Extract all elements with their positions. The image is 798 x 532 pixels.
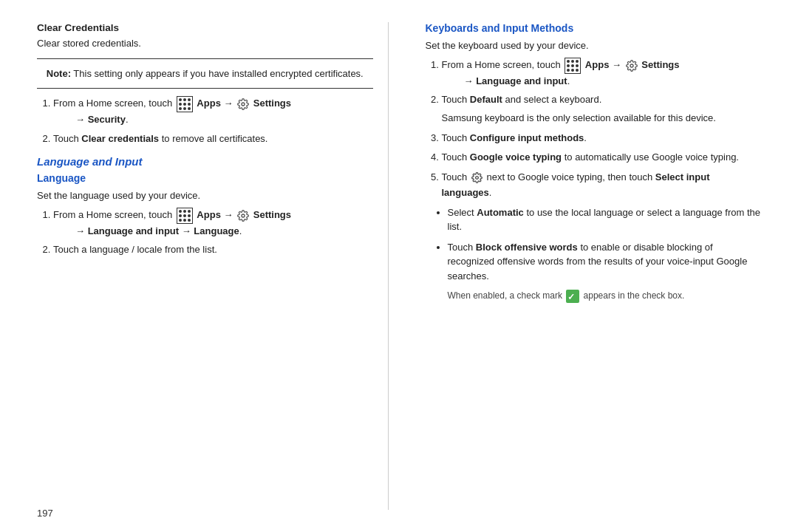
svg-point-0	[242, 103, 245, 106]
svg-point-1	[242, 214, 245, 217]
page-number: 197	[37, 508, 53, 519]
bullet-list: Select Automatic to use the local langua…	[448, 205, 762, 284]
right-column: Keyboards and Input Methods Set the keyb…	[418, 22, 762, 510]
lang-step1-target: → Language and input → Language.	[75, 224, 373, 239]
keyboards-steps: From a Home screen, touch Apps → Setting…	[442, 58, 762, 201]
left-column: Clear Credentials Clear stored credentia…	[37, 22, 389, 510]
check-note: When enabled, a check mark appears in th…	[448, 289, 762, 303]
language-steps: From a Home screen, touch Apps → Setting…	[53, 208, 373, 258]
arrow-2: →	[223, 209, 236, 220]
kb-step-4: Touch Google voice typing to automatical…	[442, 150, 762, 166]
gear-small-icon	[471, 172, 482, 183]
apps-grid-icon-2	[177, 208, 193, 224]
page: Clear Credentials Clear stored credentia…	[0, 0, 798, 532]
kb-step-5: Touch next to Google voice typing, then …	[442, 170, 762, 201]
clear-credentials-heading: Clear Credentials	[37, 22, 373, 33]
check-mark-icon	[566, 290, 579, 303]
step1-arrow-security: → Security.	[75, 112, 373, 127]
divider-2	[37, 88, 373, 89]
apps-label-2: Apps	[197, 209, 223, 220]
svg-point-2	[630, 64, 633, 67]
kb-step-3: Touch Configure input methods.	[442, 131, 762, 146]
security-step-2: Touch Clear credentials to remove all ce…	[53, 132, 373, 147]
kb-step-2: Touch Default and select a keyboard. Sam…	[442, 92, 762, 126]
kb-step1-prefix: From a Home screen, touch	[442, 59, 564, 70]
apps-grid-icon	[177, 96, 193, 112]
clear-credentials-desc: Clear stored credentials.	[37, 36, 373, 51]
kb-step1-target: → Language and input.	[464, 74, 762, 89]
clear-credentials-title: Clear Credentials Clear stored credentia…	[37, 22, 373, 51]
lang-step-2: Touch a language / locale from the list.	[53, 242, 373, 258]
keyboards-desc: Set the keyboard used by your device.	[426, 38, 762, 53]
arrow-3: →	[612, 59, 624, 70]
settings-label-1: Settings	[253, 98, 291, 109]
kb-step-1: From a Home screen, touch Apps → Setting…	[442, 58, 762, 89]
security-steps: From a Home screen, touch Apps → Setting…	[53, 96, 373, 146]
settings-gear-icon	[237, 98, 249, 110]
settings-label-3: Settings	[641, 59, 679, 70]
lang-desc: Set the language used by your device.	[37, 188, 373, 203]
lang-input-title: Language and Input	[37, 155, 373, 168]
settings-label-2: Settings	[253, 209, 291, 220]
keyboards-title: Keyboards and Input Methods	[426, 22, 762, 34]
svg-point-3	[475, 177, 478, 180]
language-subtitle: Language	[37, 172, 373, 184]
step1-prefix: From a Home screen, touch	[53, 98, 175, 109]
lang-step1-prefix: From a Home screen, touch	[53, 209, 175, 220]
settings-gear-icon-2	[237, 210, 249, 222]
apps-label: Apps	[197, 98, 223, 109]
apps-label-3: Apps	[585, 59, 612, 70]
settings-gear-icon-3	[626, 60, 638, 72]
note-text: Note: This setting only appears if you h…	[37, 66, 373, 81]
bullet-2: Touch Block offensive words to enable or…	[448, 240, 762, 284]
apps-grid-icon-3	[565, 58, 581, 74]
divider-1	[37, 58, 373, 59]
kb-step2-note: Samsung keyboard is the only selection a…	[442, 111, 762, 126]
lang-step-1: From a Home screen, touch Apps → Setting…	[53, 208, 373, 239]
security-step-1: From a Home screen, touch Apps → Setting…	[53, 96, 373, 127]
arrow-1: →	[223, 98, 236, 109]
bullet-1: Select Automatic to use the local langua…	[448, 205, 762, 234]
